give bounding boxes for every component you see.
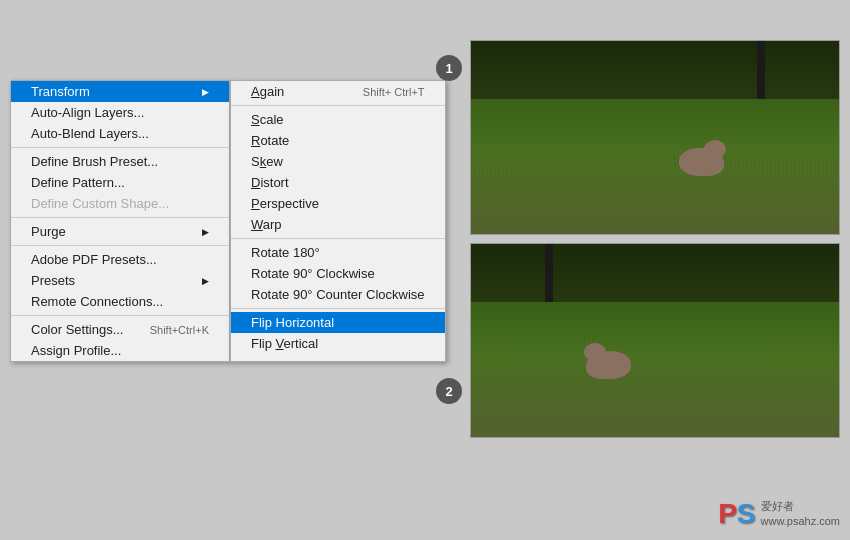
context-menu: Transform Auto-Align Layers... Auto-Blen… xyxy=(10,80,446,362)
badge-2-label: 2 xyxy=(445,384,452,399)
scale-label: Scale xyxy=(251,112,284,127)
menu-item-scale[interactable]: Scale xyxy=(231,109,445,130)
menu-item-again[interactable]: Again Shift+ Ctrl+T xyxy=(231,81,445,102)
menu-item-define-custom: Define Custom Shape... xyxy=(11,193,229,214)
separator-1 xyxy=(11,147,229,148)
rabbit-body xyxy=(679,148,724,176)
flip-v-label: Flip Vertical xyxy=(251,336,318,351)
menu-item-auto-blend[interactable]: Auto-Blend Layers... xyxy=(11,123,229,144)
menu-item-flip-v[interactable]: Flip Vertical xyxy=(231,333,445,354)
menu-item-purge[interactable]: Purge xyxy=(11,221,229,242)
menu-level1: Transform Auto-Align Layers... Auto-Blen… xyxy=(10,80,230,362)
skew-label: Skew xyxy=(251,154,283,169)
rotate90cw-label: Rotate 90° Clockwise xyxy=(251,266,375,281)
distort-label: Distort xyxy=(251,175,289,190)
color-settings-shortcut: Shift+Ctrl+K xyxy=(150,324,209,336)
separator-3 xyxy=(11,245,229,246)
purge-label: Purge xyxy=(31,224,66,239)
menu-item-rotate[interactable]: Rotate xyxy=(231,130,445,151)
menu-item-define-pattern[interactable]: Define Pattern... xyxy=(11,172,229,193)
define-custom-label: Define Custom Shape... xyxy=(31,196,169,211)
define-brush-label: Define Brush Preset... xyxy=(31,154,158,169)
transform-submenu: Again Shift+ Ctrl+T Scale Rotate Skew Di… xyxy=(230,80,446,362)
menu-item-transform[interactable]: Transform xyxy=(11,81,229,102)
watermark: PS 爱好者 www.psahz.com xyxy=(718,498,840,530)
adobe-pdf-label: Adobe PDF Presets... xyxy=(31,252,157,267)
badge-1-label: 1 xyxy=(445,61,452,76)
watermark-chinese: 爱好者 xyxy=(761,499,840,514)
again-shortcut: Shift+ Ctrl+T xyxy=(363,86,425,98)
menu-item-presets[interactable]: Presets xyxy=(11,270,229,291)
flip-h-label: Flip Horizontal xyxy=(251,315,334,330)
define-pattern-label: Define Pattern... xyxy=(31,175,125,190)
rotate90ccw-label: Rotate 90° Counter Clockwise xyxy=(251,287,425,302)
auto-align-label: Auto-Align Layers... xyxy=(31,105,144,120)
menu-item-define-brush[interactable]: Define Brush Preset... xyxy=(11,151,229,172)
color-settings-label: Color Settings... xyxy=(31,322,124,337)
remote-label: Remote Connections... xyxy=(31,294,163,309)
image-frame-2 xyxy=(470,243,840,438)
t-sep-2 xyxy=(231,238,445,239)
menu-item-flip-h[interactable]: Flip Horizontal xyxy=(231,312,445,333)
scene-2 xyxy=(471,244,839,437)
auto-blend-label: Auto-Blend Layers... xyxy=(31,126,149,141)
assign-profile-label: Assign Profile... xyxy=(31,343,121,358)
menu-item-rotate90ccw[interactable]: Rotate 90° Counter Clockwise xyxy=(231,284,445,305)
again-label: Again xyxy=(251,84,284,99)
menu-item-perspective[interactable]: Perspective xyxy=(231,193,445,214)
menu-item-remote[interactable]: Remote Connections... xyxy=(11,291,229,312)
menu-item-rotate90cw[interactable]: Rotate 90° Clockwise xyxy=(231,263,445,284)
menu-item-transform-label: Transform xyxy=(31,84,90,99)
watermark-ps-logo: PS xyxy=(718,498,755,530)
scene-1 xyxy=(471,41,839,234)
watermark-site: 爱好者 www.psahz.com xyxy=(761,499,840,530)
canvas-area xyxy=(470,40,840,438)
menu-item-auto-align[interactable]: Auto-Align Layers... xyxy=(11,102,229,123)
watermark-url: www.psahz.com xyxy=(761,514,840,529)
rotate180-label: Rotate 180° xyxy=(251,245,320,260)
rabbit-1 xyxy=(679,141,729,176)
step-badge-1: 1 xyxy=(436,55,462,81)
presets-label: Presets xyxy=(31,273,75,288)
image-frame-1 xyxy=(470,40,840,235)
warp-label: Warp xyxy=(251,217,282,232)
menu-item-warp[interactable]: Warp xyxy=(231,214,445,235)
menu-item-skew[interactable]: Skew xyxy=(231,151,445,172)
rabbit-body-2 xyxy=(586,351,631,379)
t-sep-3 xyxy=(231,308,445,309)
rotate-label: Rotate xyxy=(251,133,289,148)
perspective-label: Perspective xyxy=(251,196,319,211)
menu-item-color-settings[interactable]: Color Settings... Shift+Ctrl+K xyxy=(11,319,229,340)
menu-item-assign-profile[interactable]: Assign Profile... xyxy=(11,340,229,361)
t-sep-1 xyxy=(231,105,445,106)
grass-bg xyxy=(471,99,839,234)
ps-s: S xyxy=(737,498,756,529)
step-badge-2: 2 xyxy=(436,378,462,404)
rabbit-2 xyxy=(581,344,631,379)
menu-item-rotate180[interactable]: Rotate 180° xyxy=(231,242,445,263)
separator-2 xyxy=(11,217,229,218)
menu-item-distort[interactable]: Distort xyxy=(231,172,445,193)
grass-bg-2 xyxy=(471,302,839,437)
menu-item-adobe-pdf[interactable]: Adobe PDF Presets... xyxy=(11,249,229,270)
separator-4 xyxy=(11,315,229,316)
ps-p: P xyxy=(718,498,737,529)
